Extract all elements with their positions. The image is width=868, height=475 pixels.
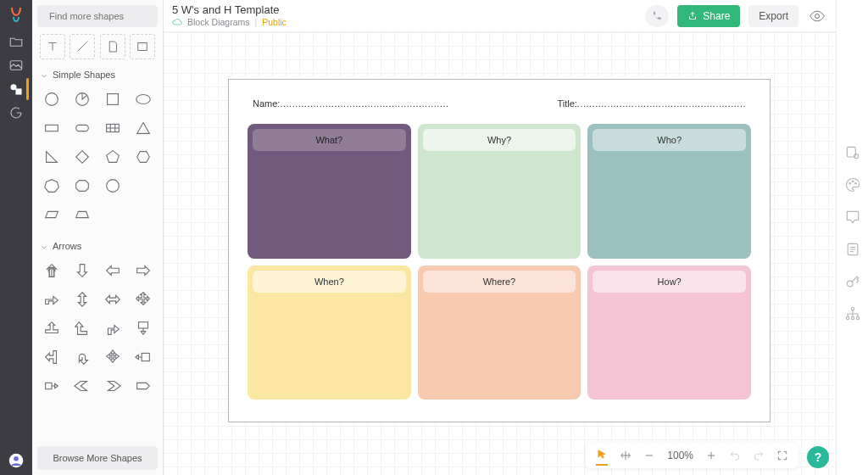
browse-more-shapes[interactable]: Browse More Shapes (37, 446, 158, 470)
card-label: How? (593, 271, 746, 293)
zoom-in[interactable] (705, 450, 717, 461)
cloud-icon (172, 17, 182, 27)
shape-pentagon[interactable] (98, 144, 127, 170)
svg-point-10 (136, 95, 151, 104)
zoom-level[interactable]: 100% (667, 450, 693, 461)
palette-icon[interactable] (844, 176, 861, 193)
card-how[interactable]: How? (587, 265, 751, 400)
export-button[interactable]: Export (748, 5, 798, 27)
zoom-toolbar: 100% (586, 443, 798, 468)
arrow-quad[interactable] (129, 287, 158, 312)
arrow-callout-down[interactable] (129, 316, 158, 341)
preview-button[interactable] (807, 6, 827, 26)
card-label: Why? (423, 129, 576, 151)
comment-icon[interactable] (844, 209, 861, 226)
section-arrows[interactable]: Arrows (32, 236, 163, 256)
text-tool[interactable] (40, 34, 65, 59)
undo-button[interactable] (729, 450, 741, 461)
shape-right-triangle[interactable] (37, 144, 66, 170)
arrow-left[interactable] (98, 258, 127, 283)
left-rail (0, 0, 32, 475)
app-logo[interactable] (6, 5, 26, 25)
shape-search-input[interactable] (49, 11, 166, 21)
arrow-chevron-left[interactable] (68, 373, 97, 399)
page-tool[interactable] (100, 34, 125, 59)
shape-hexagon[interactable] (129, 144, 158, 170)
sitemap-icon[interactable] (844, 305, 861, 322)
browse-more-label: Browse More Shapes (53, 453, 142, 463)
shape-parallelogram[interactable] (37, 202, 66, 227)
card-where[interactable]: Where? (418, 265, 581, 400)
main-area: 5 W's and H Template Block Diagrams | Pu… (164, 0, 836, 475)
shape-circle[interactable] (37, 87, 66, 112)
phone-button[interactable] (645, 5, 669, 27)
arrow-pentagon-right[interactable] (129, 373, 158, 399)
help-button[interactable]: ? (807, 446, 829, 468)
key-icon[interactable] (844, 273, 861, 290)
doc-visibility[interactable]: Public (262, 17, 287, 27)
shape-search[interactable] (37, 5, 158, 27)
arrow-down[interactable] (68, 258, 97, 283)
svg-rect-6 (138, 43, 147, 51)
arrow-up[interactable] (37, 258, 66, 283)
card-who[interactable]: Who? (587, 124, 751, 259)
canvas[interactable]: Name:...................................… (164, 32, 836, 475)
pointer-tool[interactable] (596, 449, 608, 466)
arrow-quad-out[interactable] (98, 344, 127, 370)
rect-tool[interactable] (130, 34, 155, 59)
shape-octagon[interactable] (68, 173, 97, 198)
right-rail (836, 0, 868, 475)
svg-point-25 (847, 281, 853, 287)
section-label: Arrows (53, 241, 81, 251)
shape-roundrect[interactable] (68, 115, 97, 141)
svg-point-20 (854, 154, 858, 159)
arrow-uturn[interactable] (68, 344, 97, 370)
svg-rect-16 (142, 353, 149, 360)
section-simple-shapes[interactable]: Simple Shapes (32, 64, 163, 85)
arrow-box-right[interactable] (37, 373, 66, 399)
folder-icon[interactable] (8, 34, 24, 49)
arrow-bent-right[interactable] (37, 287, 66, 312)
settings-icon[interactable] (844, 144, 861, 161)
arrow-box-left[interactable] (129, 344, 158, 370)
line-tool[interactable] (70, 34, 95, 59)
pan-tool[interactable] (620, 450, 632, 461)
shape-pie[interactable] (68, 87, 97, 112)
shape-blank[interactable] (129, 173, 158, 198)
share-button[interactable]: Share (677, 5, 740, 27)
arrow-updown[interactable] (68, 287, 97, 312)
shapes-icon[interactable] (8, 81, 24, 97)
doc-category[interactable]: Block Diagrams (187, 17, 250, 27)
user-avatar[interactable] (8, 453, 24, 468)
arrow-corner[interactable] (98, 316, 127, 341)
card-when[interactable]: When? (248, 265, 411, 400)
notes-icon[interactable] (844, 241, 861, 258)
shape-decagon[interactable] (98, 173, 127, 198)
svg-point-23 (854, 183, 856, 185)
shape-trapezoid[interactable] (68, 202, 97, 227)
shape-ellipse[interactable] (129, 87, 158, 112)
arrow-L-up[interactable] (68, 316, 97, 341)
shape-heptagon[interactable] (37, 173, 66, 198)
shape-rect[interactable] (37, 115, 66, 141)
google-icon[interactable] (8, 105, 24, 120)
redo-button[interactable] (753, 450, 765, 461)
fullscreen-button[interactable] (776, 450, 788, 461)
document-title[interactable]: 5 W's and H Template (172, 4, 287, 17)
arrow-leftright[interactable] (98, 287, 127, 312)
svg-point-18 (815, 14, 820, 18)
shape-diamond[interactable] (68, 144, 97, 170)
canvas-page[interactable]: Name:...................................… (228, 79, 771, 422)
arrow-tee-up[interactable] (37, 316, 66, 341)
image-icon[interactable] (8, 58, 24, 73)
arrow-right[interactable] (129, 258, 158, 283)
shape-table[interactable] (98, 115, 127, 141)
card-what[interactable]: What? (248, 124, 411, 259)
arrow-chevron-right[interactable] (98, 373, 127, 399)
shape-square[interactable] (98, 87, 127, 112)
arrow-tee-left[interactable] (37, 344, 66, 370)
shape-triangle[interactable] (129, 115, 158, 141)
zoom-out[interactable] (643, 450, 655, 461)
svg-point-27 (846, 316, 849, 319)
card-why[interactable]: Why? (418, 124, 581, 259)
